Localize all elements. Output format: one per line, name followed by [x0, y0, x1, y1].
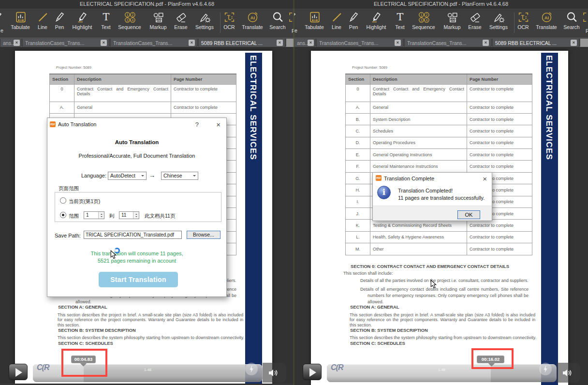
svg-text:T: T: [397, 11, 403, 23]
save-path-input[interactable]: TRICAL SPECIFICATION_Translated.pdf: [84, 231, 182, 239]
table-header-page-number: Page Number: [467, 74, 532, 84]
section-heading: SECTION B: SYSTEM DESCRIPTION: [58, 328, 136, 333]
highlight-red-box: [471, 348, 514, 369]
document-tab-4[interactable]: 5089 RBB ELECTRICAL ...×: [198, 39, 285, 47]
play-button[interactable]: [303, 364, 322, 380]
tab-close-icon[interactable]: ×: [483, 40, 489, 46]
start-translation-button[interactable]: Start Translation: [99, 272, 178, 287]
ok-button[interactable]: OK: [457, 210, 480, 219]
section-heading: SECTION B: SYSTEM DESCRIPTION: [350, 328, 428, 333]
tabbar-end-cap: [580, 39, 588, 47]
tab-close-icon[interactable]: ×: [571, 40, 577, 46]
mouse-cursor: [110, 250, 117, 261]
spinner-arrows-icon[interactable]: [98, 212, 104, 219]
volume-area: [557, 363, 580, 383]
tab-close-icon[interactable]: ×: [101, 40, 107, 46]
table-row: F.General Maintenance InstructionsContra…: [346, 161, 532, 172]
tab-title: TranslationCases_Trans...: [319, 40, 378, 46]
planform-window-right: ELECTRICAL SPECIFICATION.pdf - PlanForm …: [294, 0, 588, 385]
tab-close-icon[interactable]: ×: [308, 40, 314, 46]
pdf-app-icon: PDF: [50, 121, 56, 127]
play-button[interactable]: [9, 364, 28, 380]
document-tab-1[interactable]: ans...×: [0, 39, 21, 47]
document-tab-2[interactable]: TranslationCases_Trans...×: [316, 39, 403, 47]
toolbar-item-clipped-left[interactable]: e: [294, 28, 297, 33]
document-tab-4[interactable]: 5089 RBB ELECTRICAL ...×: [492, 39, 579, 47]
tab-close-icon[interactable]: ×: [395, 40, 401, 46]
source-language-select[interactable]: AutoDetect: [108, 172, 147, 180]
section-paragraph: This section describes the system philos…: [350, 335, 536, 340]
document-tab-3[interactable]: TranslationCases_Trans...×: [110, 39, 197, 47]
section-heading: SECTION 0: CONTRACT CONTACT AND EMERGENC…: [351, 264, 509, 269]
target-language-select[interactable]: Chinese: [161, 172, 198, 180]
document-tab-2[interactable]: TranslationCases_Trans...×: [22, 39, 109, 47]
tab-title: 5089 RBB ELECTRICAL ...: [201, 40, 263, 46]
toolbar-label-sequence: Sequence: [114, 24, 146, 30]
toolbar-item-clipped-right[interactable]: Pe: [582, 11, 588, 26]
watermark-logo: C(R: [37, 363, 49, 372]
seek-bar[interactable]: [327, 364, 557, 382]
section-heading: SECTION C: SCHEDULES: [350, 341, 405, 346]
table-row: C.SchedulesContractor to complete: [346, 125, 532, 137]
dialog-heading: Auto Translation: [47, 139, 226, 145]
section-paragraph: This section shall include:: [343, 271, 393, 276]
dialog-help-button[interactable]: ?: [195, 121, 199, 128]
svg-text:2: 2: [132, 13, 133, 17]
tab-close-icon[interactable]: ×: [277, 40, 283, 46]
dialog-title: Translation Complete: [384, 176, 434, 181]
range-to-label: 到: [109, 213, 115, 220]
tab-bar: ans...×TranslationCases_Trans...×Transla…: [294, 38, 588, 47]
table-row: L.Health, Safety & Hygiene AwarenessCont…: [346, 231, 532, 243]
planform-window-left: ELECTRICAL SPECIFICATION.pdf - PlanForm …: [0, 0, 294, 385]
info-icon: [377, 186, 391, 199]
volume-icon[interactable]: [561, 367, 573, 379]
auto-translation-dialog: PDF Auto Translation ? × Auto Translatio…: [47, 118, 227, 297]
highlight-red-box: [61, 349, 107, 377]
lightning-icon: [539, 363, 552, 375]
section-heading: SECTION A: GENERAL: [350, 305, 399, 310]
table-row: 0Contract Contact and Emergency Contact …: [50, 84, 236, 102]
message-line1: Translation Completed!: [398, 188, 453, 193]
save-path-label: Save Path:: [55, 233, 81, 238]
dialog-close-icon[interactable]: ×: [216, 120, 220, 129]
dialog-close-icon[interactable]: ×: [483, 175, 487, 183]
range-to-spinner[interactable]: 11: [119, 211, 139, 219]
volume-area: [263, 363, 286, 383]
tab-close-icon[interactable]: ×: [189, 40, 195, 46]
consume-note-line2: 5521 pages remaining in account: [47, 258, 226, 264]
dialog-titlebar: PDF Translation Complete ×: [373, 173, 492, 185]
table-header-description: Description: [74, 74, 171, 84]
toolbar-separator: [220, 13, 220, 33]
svg-text:4: 4: [132, 18, 133, 22]
toolbar-button-sequence[interactable]: 1234Sequence: [408, 11, 440, 30]
svg-text:2: 2: [426, 13, 427, 17]
svg-text:AI: AI: [544, 15, 548, 20]
range-from-spinner[interactable]: 1: [84, 211, 104, 219]
panel-divider: [293, 0, 294, 385]
toolbar-item-clipped-left[interactable]: e: [0, 28, 3, 33]
message-line2: 11 pages are translated successfully.: [398, 195, 485, 201]
browse-button[interactable]: Browse...: [187, 231, 220, 239]
document-tab-3[interactable]: TranslationCases_Trans...×: [404, 39, 491, 47]
document-tab-1[interactable]: ans...×: [294, 39, 315, 47]
section-paragraph: Details of all emergency contact details…: [360, 286, 529, 306]
table-header-page-number: Page Number: [171, 74, 236, 84]
section-heading: SECTION C: SCHEDULES: [58, 341, 113, 346]
table-row: B.System DescriptionContractor to comple…: [346, 113, 532, 125]
side-banner: ELECTRICAL SERVICES: [245, 53, 262, 385]
clipped-left-icon: [294, 11, 298, 24]
svg-text:3: 3: [420, 18, 422, 22]
sequence-icon: 1234: [114, 11, 146, 24]
current-page-radio[interactable]: [60, 197, 66, 204]
total-pages-note: 此文档共11页: [145, 213, 175, 220]
volume-icon[interactable]: [267, 367, 279, 379]
range-radio[interactable]: [60, 212, 66, 218]
table-row: D.Operating ProceduresContractor to comp…: [346, 137, 532, 148]
svg-text:4: 4: [426, 18, 427, 22]
toolbar-label-sequence: Sequence: [408, 24, 440, 30]
toolbar: eTabulateLinePenHighlightTText1234Sequen…: [294, 8, 588, 38]
tab-close-icon[interactable]: ×: [14, 40, 20, 46]
toolbar-button-sequence[interactable]: 1234Sequence: [114, 11, 146, 30]
toolbar: eTabulateLinePenHighlightTText1234Sequen…: [0, 8, 294, 38]
spinner-arrows-icon[interactable]: [133, 212, 139, 219]
